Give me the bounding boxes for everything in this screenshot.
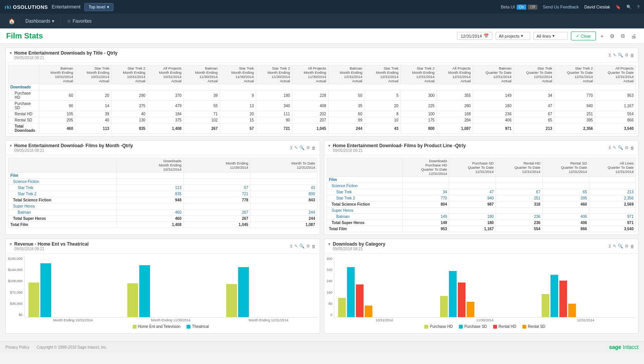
widget1-delete-icon[interactable]: 🗑 xyxy=(630,53,634,58)
projects-filter[interactable]: All projects ▾ xyxy=(496,32,530,40)
widget1-settings-icon[interactable]: ⚙ xyxy=(625,53,629,58)
widget2-controls: ⊻ ✎ 🔍 ⚙ 🗑 xyxy=(290,145,316,150)
legend-theatrical-label: Theatrical xyxy=(192,324,209,329)
category-legend: Purchase HD Purchase SD Rental HD xyxy=(334,322,636,331)
lines-chevron-icon: ▾ xyxy=(552,33,555,38)
table-row: Total Downloads 4601138351,408 267577211… xyxy=(8,123,636,134)
widget5-delete-icon[interactable]: 🗑 xyxy=(630,244,634,249)
category-x-labels: 10/31/2014 11/30/2014 12/31/2014 xyxy=(334,317,636,322)
table-row: Star Trek 34476765213 xyxy=(327,189,636,195)
widget5-collapse-button[interactable]: ▾ xyxy=(328,241,330,247)
x-label-oct: Month Ending 10/31/2014 xyxy=(53,318,93,322)
print-button[interactable]: 🖨 xyxy=(629,32,638,40)
legend-pusd-icon xyxy=(459,325,463,329)
widget3-delete-icon[interactable]: 🗑 xyxy=(630,146,634,150)
widget2-subtitle: 09/05/2018 08:21 xyxy=(14,148,133,153)
cat-bar-pusd-oct xyxy=(347,267,355,317)
widget-films-by-month: ▾ Home Entertainment Download- Films by … xyxy=(5,140,320,235)
cat-x-label-oct: 10/31/2014 xyxy=(375,318,393,322)
widget3-filter-icon[interactable]: ⊻ xyxy=(608,145,611,150)
widget-downloads-by-category: ▾ Downloads by Category 09/05/2018 08:21… xyxy=(324,239,639,334)
bar-theatrical-dec xyxy=(238,267,249,317)
second-nav: 🏠 Dashboards ▾ ☆ Favorites xyxy=(0,14,644,28)
widget1-filter-icon[interactable]: ⊻ xyxy=(608,53,611,58)
widget1-table: BatmanMonth Ending10/31/2014Actual Star … xyxy=(8,65,636,134)
top-nav-right: Beta UI On Off Send Us Feedback David Ci… xyxy=(501,5,639,10)
widget3-settings-icon[interactable]: ⚙ xyxy=(625,145,629,150)
legend-home-ent-icon xyxy=(133,325,137,329)
table-row: Super Heros xyxy=(8,203,317,209)
widget2-table: DownloadsMonth Ending10/31/2014 Month En… xyxy=(8,158,317,228)
widget5-subtitle: 09/05/2018 08:21 xyxy=(333,247,385,251)
widget3-edit-icon[interactable]: ✎ xyxy=(613,145,616,150)
revenue-bars-area xyxy=(24,256,317,317)
legend-puhd-icon xyxy=(424,325,428,329)
widget2-settings-icon[interactable]: ⚙ xyxy=(306,145,310,150)
dashboards-nav-item[interactable]: Dashboards ▾ xyxy=(19,16,60,26)
two-col-row-2: ▾ Revenue - Home Ent vs Theatrical 09/05… xyxy=(5,239,639,337)
widget4-search-icon[interactable]: 🔍 xyxy=(299,244,305,249)
two-col-row-1: ▾ Home Entertainment Download- Films by … xyxy=(5,140,639,239)
beta-off-button[interactable]: Off xyxy=(528,5,537,10)
main-content: ▾ Home Entertainment Downloads by Title … xyxy=(0,44,644,341)
widget5-filter-icon[interactable]: ⊻ xyxy=(608,244,611,249)
widget1-content: BatmanMonth Ending10/31/2014Actual Star … xyxy=(6,63,638,136)
legend-renthd-label: Rental HD xyxy=(499,324,516,329)
widget-films-by-product-line: ▾ Home Entertainment Download- Films by … xyxy=(324,140,639,235)
bar-group-dec xyxy=(226,267,314,317)
widget1-subtitle: 09/05/2018 08:21 xyxy=(14,56,117,60)
widget5-settings-icon[interactable]: ⚙ xyxy=(625,244,629,249)
settings-button[interactable]: ⚙ xyxy=(608,32,616,40)
bookmark-icon[interactable]: 🔖 xyxy=(616,5,621,10)
feedback-link[interactable]: Send Us Feedback xyxy=(543,5,579,9)
widget2-collapse-button[interactable]: ▾ xyxy=(10,143,12,148)
cat-x-label-dec: 12/31/2014 xyxy=(577,318,594,322)
clear-checkmark-icon: ✓ xyxy=(576,33,579,38)
widget4-delete-icon[interactable]: 🗑 xyxy=(312,244,316,249)
widget2-edit-icon[interactable]: ✎ xyxy=(294,145,298,150)
date-value: 12/31/2014 xyxy=(460,34,482,38)
beta-on-button[interactable]: On xyxy=(517,5,526,10)
widget4-collapse-button[interactable]: ▾ xyxy=(10,241,12,247)
widget2-search-icon[interactable]: 🔍 xyxy=(299,145,305,150)
clear-button[interactable]: ✓ Clear xyxy=(571,32,596,40)
add-widget-button[interactable]: + xyxy=(599,32,605,40)
date-filter[interactable]: 12/31/2014 📅 xyxy=(457,32,492,40)
page-header: Film Stats 12/31/2014 📅 All projects ▾ A… xyxy=(0,28,644,44)
top-level-button[interactable]: Top level ▾ xyxy=(84,3,113,11)
table-row: Total Science Fiction 948778843 xyxy=(8,197,317,203)
cat-bar-rentsd-nov xyxy=(467,302,474,317)
widget4-settings-icon[interactable]: ⚙ xyxy=(306,244,310,249)
lines-filter[interactable]: All lines ▾ xyxy=(533,32,568,40)
widget2-delete-icon[interactable]: 🗑 xyxy=(312,146,316,150)
widget4-filter-icon[interactable]: ⊻ xyxy=(290,244,293,249)
copy-button[interactable]: ⧉ xyxy=(619,32,626,40)
category-chart-wrapper: 400 320 240 160 80 0 xyxy=(327,256,636,331)
widget3-search-icon[interactable]: 🔍 xyxy=(618,145,623,150)
cat-bar-puhd-oct xyxy=(338,298,346,317)
search-icon[interactable]: 🔍 xyxy=(626,5,632,10)
widget1-edit-icon[interactable]: ✎ xyxy=(613,53,616,58)
widget4-subtitle: 09/05/2018 08:21 xyxy=(14,247,88,251)
widget1-search-icon[interactable]: 🔍 xyxy=(618,53,623,58)
table-row: Star Trek 2 7709402513952,356 xyxy=(327,195,636,201)
category-bars-area xyxy=(334,256,636,317)
x-label-nov: Month Ending 11/30/2014 xyxy=(151,318,190,322)
calendar-icon: 📅 xyxy=(484,33,489,38)
favorites-nav-item[interactable]: ☆ Favorites xyxy=(60,16,98,26)
home-button[interactable]: 🏠 xyxy=(5,16,19,27)
help-icon[interactable]: ? xyxy=(637,5,639,9)
widget3-collapse-button[interactable]: ▾ xyxy=(328,143,330,148)
legend-rentsd-icon xyxy=(522,325,526,329)
legend-theatrical-icon xyxy=(187,325,190,329)
widget2-filter-icon[interactable]: ⊻ xyxy=(290,145,293,150)
widget1-collapse-button[interactable]: ▾ xyxy=(10,50,12,56)
privacy-policy-link[interactable]: Privacy Policy xyxy=(5,345,29,349)
widget5-search-icon[interactable]: 🔍 xyxy=(618,244,623,249)
cat-bar-renthd-nov xyxy=(458,283,465,317)
table-row: Purchase HD 6020290370 399180228 5053003… xyxy=(8,90,636,101)
widget5-edit-icon[interactable]: ✎ xyxy=(613,244,616,249)
widget4-edit-icon[interactable]: ✎ xyxy=(294,244,298,249)
beta-ui-toggle: Beta UI On Off xyxy=(501,5,537,10)
favorites-star-icon: ☆ xyxy=(67,18,71,24)
